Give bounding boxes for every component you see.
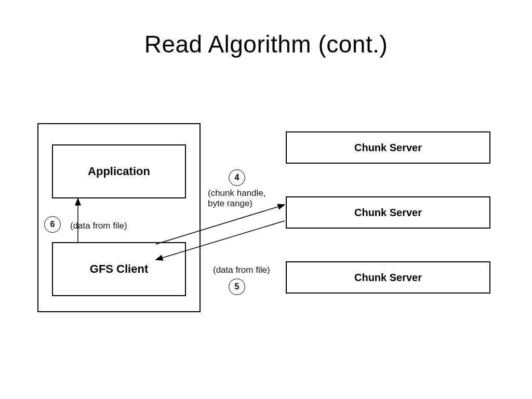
slide: Read Algorithm (cont.) Application GFS C… xyxy=(0,0,532,399)
label-data-from-file-left: (data from file) xyxy=(70,221,127,231)
application-label: Application xyxy=(88,165,150,178)
gfs-client-box: GFS Client xyxy=(52,242,186,296)
chunk-server-2: Chunk Server xyxy=(286,196,490,229)
step-4-circle: 4 xyxy=(229,169,245,186)
step-4-number: 4 xyxy=(235,173,240,182)
step-5-circle: 5 xyxy=(229,278,245,295)
slide-title: Read Algorithm (cont.) xyxy=(0,30,532,58)
chunk-server-3-label: Chunk Server xyxy=(354,272,422,284)
chunk-server-2-label: Chunk Server xyxy=(354,207,422,219)
gfs-client-label: GFS Client xyxy=(90,262,148,276)
step-6-circle: 6 xyxy=(44,216,61,233)
step-6-number: 6 xyxy=(50,220,55,229)
application-box: Application xyxy=(52,144,186,198)
label-chunk-handle: (chunk handle, byte range) xyxy=(208,188,266,209)
chunk-server-1-label: Chunk Server xyxy=(354,142,422,154)
chunk-server-3: Chunk Server xyxy=(286,261,490,294)
chunk-server-1: Chunk Server xyxy=(286,131,490,164)
label-data-from-file-right: (data from file) xyxy=(213,265,270,275)
step-5-number: 5 xyxy=(235,282,240,291)
